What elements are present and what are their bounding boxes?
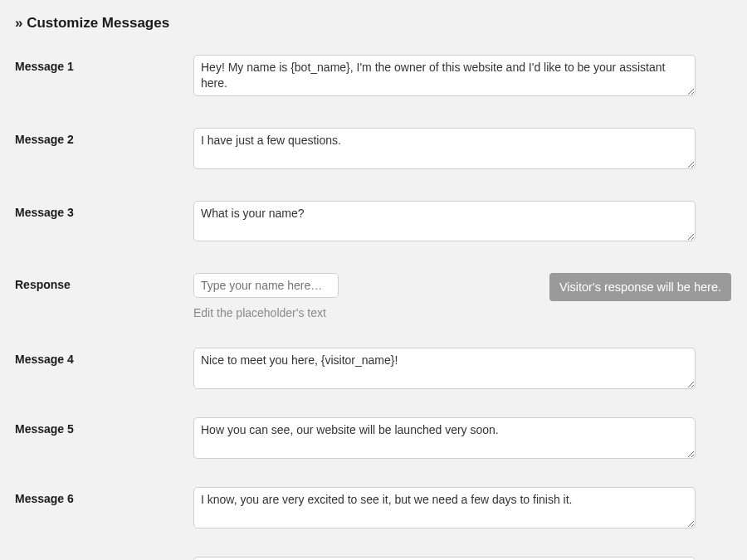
message-row-1: Message 1: [15, 55, 732, 100]
message-4-field: [193, 348, 696, 392]
message-6-input[interactable]: [193, 487, 696, 528]
section-title-text: Customize Messages: [27, 15, 169, 31]
message-1-field: [193, 55, 696, 100]
message-row-4: Message 4: [15, 348, 732, 392]
message-2-input[interactable]: [193, 128, 696, 169]
section-title: » Customize Messages: [15, 15, 732, 32]
message-5-input[interactable]: [193, 417, 696, 459]
message-row-6: Message 6: [15, 487, 732, 532]
message-7-label: Message 7: [15, 557, 193, 560]
response-row: Response Edit the placeholder's text Vis…: [15, 273, 732, 319]
customize-messages-section: » Customize Messages Message 1 Message 2…: [0, 0, 747, 560]
message-3-label: Message 3: [15, 201, 193, 219]
response-hint: Edit the placeholder's text: [193, 306, 731, 319]
response-placeholder-input[interactable]: [193, 273, 339, 298]
message-2-field: [193, 128, 696, 173]
message-4-label: Message 4: [15, 348, 193, 366]
message-6-label: Message 6: [15, 487, 193, 505]
message-7-input[interactable]: [193, 557, 696, 560]
message-row-3: Message 3: [15, 201, 732, 246]
message-6-field: [193, 487, 696, 532]
message-4-input[interactable]: [193, 348, 696, 389]
message-5-label: Message 5: [15, 417, 193, 436]
message-row-7: Message 7: [15, 557, 732, 560]
response-preview-badge: Visitor's response will be here.: [549, 273, 731, 301]
response-label: Response: [15, 273, 193, 291]
message-1-input[interactable]: [193, 55, 696, 96]
response-field: Edit the placeholder's text Visitor's re…: [193, 273, 731, 319]
message-row-5: Message 5: [15, 417, 732, 462]
message-1-label: Message 1: [15, 55, 193, 73]
message-3-input[interactable]: [193, 201, 696, 242]
message-3-field: [193, 201, 696, 246]
message-7-field: [193, 557, 696, 560]
section-title-prefix: »: [15, 15, 27, 31]
message-5-field: [193, 417, 696, 462]
message-row-2: Message 2: [15, 128, 732, 173]
message-2-label: Message 2: [15, 128, 193, 146]
